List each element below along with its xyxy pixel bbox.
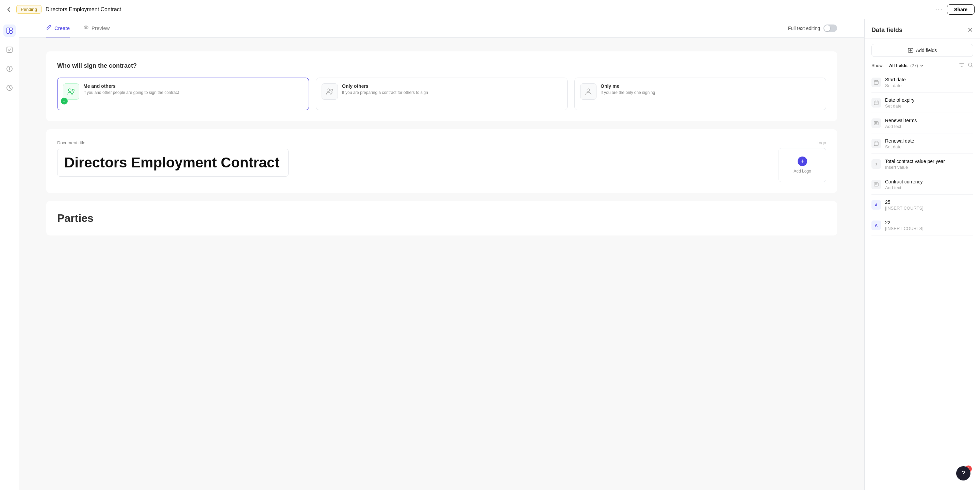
- field-courts-22[interactable]: A 22 [INSERT COURTS]: [872, 216, 973, 235]
- help-icon: ?: [962, 470, 965, 477]
- field-start-date[interactable]: Start date Set date: [872, 73, 973, 92]
- add-fields-label: Add fields: [916, 48, 937, 53]
- more-options-button[interactable]: ···: [935, 5, 943, 13]
- data-fields-title: Data fields: [872, 27, 902, 34]
- only-me-title: Only me: [601, 83, 655, 89]
- text-renewal-icon: [872, 118, 881, 128]
- text-currency-icon: [872, 180, 881, 189]
- calendar-renewal-icon: [872, 139, 881, 148]
- svg-point-7: [84, 26, 88, 29]
- calendar-icon: [872, 78, 881, 87]
- svg-point-8: [86, 27, 87, 28]
- search-icon[interactable]: [968, 62, 973, 69]
- only-me-desc: If you are the only one signing: [601, 90, 655, 95]
- field-total-contract-value[interactable]: 1 Total contract value per year Insert v…: [872, 154, 973, 174]
- svg-point-12: [331, 89, 333, 91]
- svg-point-10: [72, 89, 74, 91]
- calendar-expiry-icon: [872, 98, 881, 108]
- add-fields-button[interactable]: Add fields: [872, 44, 973, 57]
- text-courts-22-icon: A: [872, 221, 881, 230]
- sign-options: ✓ Me and others If you and other people …: [57, 78, 826, 110]
- svg-rect-20: [874, 183, 878, 186]
- svg-rect-1: [10, 28, 12, 30]
- full-text-label: Full text editing: [788, 25, 820, 31]
- topbar: Pending Directors Employment Contract ··…: [0, 0, 980, 19]
- svg-rect-19: [874, 142, 878, 146]
- sidebar-icon-check[interactable]: [3, 43, 16, 56]
- logo-area: Logo + Add Logo: [778, 140, 826, 182]
- field-contract-currency[interactable]: Contract currency Add text: [872, 175, 973, 195]
- fields-filter-dropdown[interactable]: All fields (27): [889, 63, 924, 68]
- only-others-desc: If you are preparing a contract for othe…: [342, 90, 428, 95]
- who-signs-title: Who will sign the contract?: [57, 62, 826, 69]
- svg-rect-18: [874, 121, 878, 125]
- me-and-others-icon: [63, 83, 79, 100]
- svg-rect-3: [7, 47, 12, 52]
- show-value: All fields: [889, 63, 907, 68]
- field-courts-25[interactable]: A 25 [INSERT COURTS]: [872, 195, 973, 215]
- back-button[interactable]: [5, 6, 12, 13]
- doc-title-row: Document title Logo + Add Logo: [57, 140, 826, 182]
- sidebar-icon-history[interactable]: [3, 82, 16, 94]
- only-others-title: Only others: [342, 83, 428, 89]
- document-title-input[interactable]: [57, 149, 288, 177]
- field-renewal-date-content: Renewal date Set date: [885, 138, 973, 150]
- page-title: Directors Employment Contract: [46, 6, 931, 13]
- close-panel-button[interactable]: ✕: [967, 26, 973, 34]
- full-text-editing: Full text editing: [788, 24, 837, 32]
- number-icon: 1: [872, 159, 881, 169]
- show-filter: Show: All fields (27): [865, 62, 980, 73]
- svg-point-13: [587, 89, 590, 92]
- toggle-knob: [824, 25, 830, 31]
- data-fields-header: Data fields ✕: [865, 19, 980, 38]
- selected-check: ✓: [61, 98, 68, 105]
- tab-create[interactable]: Create: [46, 19, 70, 37]
- parties-title: Parties: [57, 212, 826, 224]
- only-others-content: Only others If you are preparing a contr…: [342, 83, 428, 95]
- field-contract-currency-content: Contract currency Add text: [885, 179, 973, 190]
- sidebar-icon-layout[interactable]: [3, 24, 16, 37]
- svg-rect-16: [874, 81, 878, 84]
- sign-option-only-others[interactable]: Only others If you are preparing a contr…: [316, 78, 568, 110]
- left-sidebar: [0, 19, 19, 490]
- svg-rect-2: [10, 31, 12, 33]
- svg-rect-0: [7, 28, 9, 33]
- parties-section: Parties: [46, 201, 837, 235]
- logo-label: Logo: [778, 140, 826, 145]
- only-me-icon: [580, 83, 597, 100]
- field-date-of-expiry-content: Date of expiry Set date: [885, 97, 973, 108]
- doc-title-left: Document title: [57, 140, 765, 177]
- svg-point-5: [9, 67, 10, 68]
- tab-preview-label: Preview: [92, 25, 110, 31]
- field-renewal-terms[interactable]: Renewal terms Add text: [872, 114, 973, 134]
- me-and-others-content: Me and others If you and other people ar…: [83, 83, 179, 95]
- logo-upload-box[interactable]: + Add Logo: [778, 148, 826, 182]
- fields-count: (27): [910, 63, 918, 68]
- field-total-contract-value-content: Total contract value per year Insert val…: [885, 159, 973, 170]
- tab-bar: Create Preview Full text editing: [19, 19, 864, 38]
- show-label: Show:: [872, 63, 884, 68]
- field-date-of-expiry[interactable]: Date of expiry Set date: [872, 93, 973, 113]
- tab-preview[interactable]: Preview: [83, 19, 110, 37]
- main-layout: Create Preview Full text editing Who wil…: [0, 19, 980, 490]
- svg-point-9: [68, 89, 71, 92]
- pencil-icon: [46, 24, 52, 31]
- full-text-toggle[interactable]: [824, 24, 837, 32]
- help-button[interactable]: ?: [956, 466, 970, 480]
- sign-option-only-me[interactable]: Only me If you are the only one signing: [574, 78, 826, 110]
- chevron-down-icon: [920, 63, 924, 68]
- svg-point-11: [327, 89, 330, 92]
- text-courts-25-icon: A: [872, 200, 881, 210]
- tab-create-label: Create: [54, 25, 70, 31]
- share-button[interactable]: Share: [947, 5, 975, 14]
- filter-icon[interactable]: [959, 62, 964, 69]
- who-signs-section: Who will sign the contract? ✓ Me and oth…: [46, 51, 837, 121]
- logo-add-icon: +: [798, 156, 807, 166]
- only-me-content: Only me If you are the only one signing: [601, 83, 655, 95]
- doc-area: Who will sign the contract? ✓ Me and oth…: [19, 38, 864, 257]
- right-panel: Data fields ✕ Add fields Show: All field…: [864, 19, 980, 490]
- sidebar-icon-info[interactable]: [3, 63, 16, 75]
- field-renewal-date[interactable]: Renewal date Set date: [872, 134, 973, 154]
- field-renewal-terms-content: Renewal terms Add text: [885, 118, 973, 129]
- sign-option-me-and-others[interactable]: ✓ Me and others If you and other people …: [57, 78, 309, 110]
